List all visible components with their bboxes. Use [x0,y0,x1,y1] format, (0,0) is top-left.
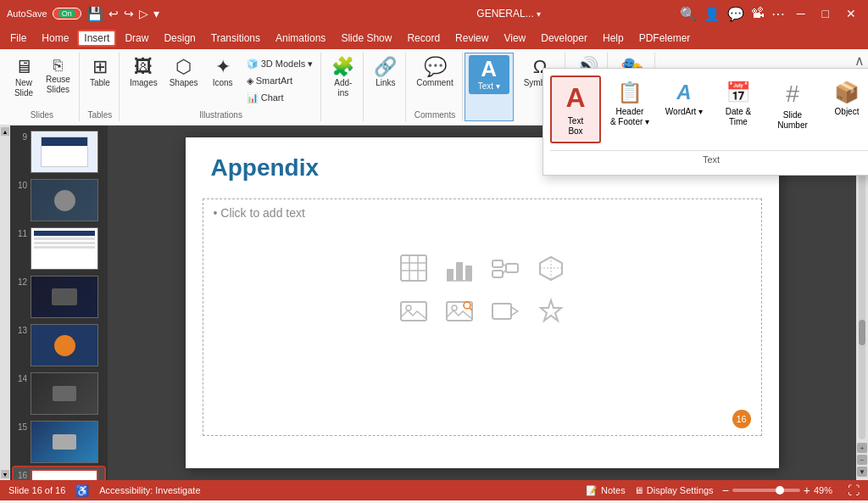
menu-insert[interactable]: Insert [77,30,116,47]
slide-thumb-15[interactable]: 15 [14,419,104,465]
click-to-add-text: • Click to add text [214,206,305,220]
textbox-dropdown-item[interactable]: A TextBox [550,75,601,143]
slide-preview-14 [31,372,98,415]
left-scrollbar[interactable]: ▲ ▼ [0,126,10,480]
menu-transitions[interactable]: Transitions [204,30,267,47]
autosave-toggle[interactable]: On [53,8,81,20]
images-button[interactable]: 🖼 Images [125,54,163,92]
date-time-dropdown-item[interactable]: 📅 Date &Time [713,75,764,143]
save-icon[interactable]: 💾 [86,6,103,22]
insert-table-icon[interactable] [399,254,428,288]
table-button[interactable]: ⊞ Table [85,54,115,92]
insert-3d-icon[interactable] [537,254,565,288]
zoom-out-scroll[interactable]: − [857,455,867,465]
maximize-button[interactable]: □ [817,5,834,22]
slide-thumb-12[interactable]: 12 [14,274,104,320]
zoom-slider-thumb[interactable] [776,486,784,495]
insert-icons2-icon[interactable] [537,297,565,332]
object-dropdown-item[interactable]: 📦 Object [821,75,868,143]
object-icon: 📦 [834,81,860,104]
menu-pdfelemer[interactable]: PDFelemer [632,30,698,47]
slide-content-area[interactable]: • Click to add text [203,198,762,436]
slide-num-12: 12 [15,277,27,287]
new-slide-button[interactable]: 🖥 NewSlide [8,54,39,102]
notes-button[interactable]: 📝 Notes [586,485,626,496]
scroll-down-button[interactable]: ▼ [857,467,867,477]
menu-developer[interactable]: Developer [534,30,594,47]
slide-thumb-13[interactable]: 13 [14,322,104,368]
slide-info: Slide 16 of 16 [8,485,65,495]
zoom-in-button[interactable]: + [804,483,810,497]
3d-models-button[interactable]: 🧊 3D Models ▾ [242,56,318,72]
close-button[interactable]: ✕ [841,5,861,22]
images-label: Images [130,78,158,88]
shapes-button[interactable]: ⬡ Shapes [164,54,203,92]
icons-button[interactable]: ✦ Icons [205,54,241,92]
insert-smartart-icon[interactable] [491,254,520,288]
slide-thumb-11[interactable]: 11 [14,226,104,271]
reuse-slides-button[interactable]: ⎘ ReuseSlides [41,54,75,98]
slide-thumb-16[interactable]: 16 [14,467,104,480]
menu-home[interactable]: Home [35,30,75,47]
display-settings-button[interactable]: 🖥 Display Settings [634,485,714,495]
scroll-thumb[interactable] [859,320,865,345]
slide-thumb-14[interactable]: 14 [14,371,104,416]
text-dropdown-footer: Text [550,150,868,168]
icons-label: Icons [213,78,233,88]
present-btn-icon[interactable]: 📽 [751,6,765,21]
left-scroll-up[interactable]: ▲ [1,127,9,136]
comment-button[interactable]: 💬 Comment [411,54,458,92]
insert-video-icon[interactable] [491,297,520,332]
slide-thumb-10[interactable]: 10 [14,177,104,223]
svg-rect-9 [492,260,503,267]
comment-icon[interactable]: 💬 [727,6,744,22]
header-footer-dropdown-item[interactable]: 📋 Header& Footer ▾ [604,75,655,143]
zoom-in-scroll[interactable]: + [857,443,867,453]
customize-icon[interactable]: ▾ [153,7,159,20]
insert-chart-icon[interactable] [445,254,474,288]
fit-to-window-icon[interactable]: ⛶ [848,483,860,497]
links-button[interactable]: 🔗 Links [369,54,402,92]
slide-number-dropdown-item[interactable]: # SlideNumber [767,75,818,143]
ribbon-collapse-button[interactable]: ∧ [854,53,865,69]
wordart-icon: A [676,81,691,104]
left-scroll-down[interactable]: ▼ [1,470,9,478]
zoom-out-button[interactable]: − [722,483,729,497]
zoom-slider-track[interactable] [732,489,800,492]
menu-help[interactable]: Help [596,30,631,47]
present-icon[interactable]: ▷ [139,7,148,20]
slide-thumb-9[interactable]: 9 [14,129,104,175]
right-scrollbar[interactable]: ▲ + − ▼ [856,126,868,480]
smartart-button[interactable]: ◈ SmartArt [242,73,318,89]
redo-icon[interactable]: ↪ [124,7,134,20]
menu-file[interactable]: File [3,30,33,47]
search-icon[interactable]: 🔍 [680,6,697,22]
ribbon-group-slides: 🖥 NewSlide ⎘ ReuseSlides Slides [5,53,80,121]
menu-slideshow[interactable]: Slide Show [334,30,398,47]
menu-record[interactable]: Record [400,30,447,47]
text-button[interactable]: A Text ▾ [469,55,509,94]
svg-point-20 [452,305,457,310]
ribbon-group-illustrations: 🖼 Images ⬡ Shapes ✦ Icons 🧊 3D Models ▾ … [121,53,321,121]
scroll-track[interactable] [859,141,865,439]
more-options-icon[interactable]: ⋯ [771,6,785,22]
chart-button[interactable]: 📊 Chart [242,90,318,106]
minimize-button[interactable]: ─ [792,5,810,22]
menu-design[interactable]: Design [157,30,202,47]
undo-icon[interactable]: ↩ [108,7,119,20]
content-icons [214,254,751,332]
accessibility-text[interactable]: Accessibility: Investigate [99,485,200,495]
addins-button[interactable]: 🧩 Add-ins [326,54,359,102]
menu-draw[interactable]: Draw [118,30,155,47]
links-icon: 🔗 [374,58,397,76]
title-dropdown-icon[interactable]: ▾ [537,9,541,19]
menu-view[interactable]: View [497,30,532,47]
menu-animations[interactable]: Animations [269,30,332,47]
canvas-area: Appendix • Click to add text [108,126,856,480]
wordart-dropdown-item[interactable]: A WordArt ▾ [659,75,709,143]
insert-stock-icon[interactable] [445,297,474,332]
share-icon[interactable]: 👤 [704,6,721,22]
insert-picture-icon[interactable] [399,297,428,332]
slide-canvas[interactable]: Appendix • Click to add text [186,137,779,468]
menu-review[interactable]: Review [448,30,495,47]
